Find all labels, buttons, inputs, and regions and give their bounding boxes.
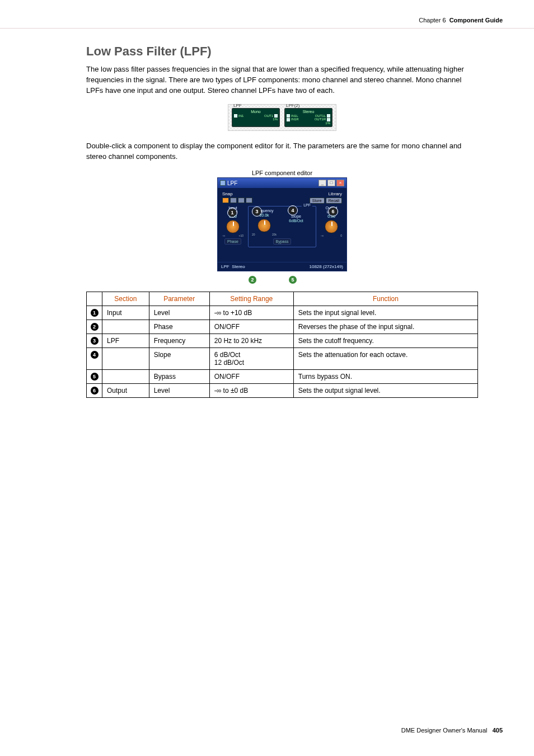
- th-range: Setting Range: [209, 292, 293, 306]
- library-label: Library: [310, 191, 342, 196]
- callout-2: 2: [249, 276, 256, 284]
- thumbnails-container: LPF Mono IN1 OUT1 1% LPF(2) Stereo IN1L …: [228, 104, 336, 131]
- window-app-icon: LPF: [220, 180, 237, 186]
- freq-tick-lo: 20: [252, 233, 255, 236]
- editor-body: Snap Library Store: [218, 188, 346, 262]
- cell-param: Frequency: [149, 334, 209, 348]
- maximize-button[interactable]: □: [327, 180, 335, 186]
- out-port: OUT1: [264, 114, 278, 118]
- cell-param: Phase: [149, 320, 209, 334]
- cell-param: Slope: [149, 348, 209, 370]
- cell-range: -∞ to +10 dB: [209, 306, 293, 320]
- cell-func: Reverses the phase of the input signal.: [293, 320, 477, 334]
- input-level-knob[interactable]: [226, 220, 240, 233]
- window-title: LPF: [227, 180, 237, 186]
- frequency-knob[interactable]: [257, 219, 271, 232]
- comp-pct: 1%: [234, 118, 278, 121]
- snap-slot-b[interactable]: [230, 198, 237, 203]
- th-param: Parameter: [149, 292, 209, 306]
- callout-5: 5: [289, 276, 297, 284]
- out1r-port: OUT1R: [315, 118, 330, 121]
- row-num: 3: [91, 337, 99, 345]
- snap-slot-a[interactable]: [222, 198, 229, 203]
- in1r-port: IN1R: [287, 118, 299, 121]
- snap-group: Snap: [222, 191, 252, 203]
- phase-button[interactable]: Phase: [224, 238, 241, 245]
- cell-func: Sets the output signal level.: [293, 384, 477, 398]
- section-label: Component Guide: [449, 17, 503, 24]
- cell-section: [102, 348, 149, 370]
- bypass-button[interactable]: Bypass: [273, 238, 292, 245]
- cell-section: [102, 370, 149, 384]
- cell-param: Bypass: [149, 370, 209, 384]
- cell-func: Sets the attenuation for each octave.: [293, 348, 477, 370]
- cell-param: Level: [149, 306, 209, 320]
- comp-title: LPF: [233, 103, 242, 108]
- in-port: IN1: [234, 114, 243, 118]
- lpf-mono-component[interactable]: LPF Mono IN1 OUT1 1%: [232, 108, 280, 127]
- th-section: Section: [102, 292, 149, 306]
- table-row: 2 Phase ON/OFF Reverses the phase of the…: [87, 320, 478, 334]
- input-tick-lo: -∞: [222, 234, 225, 237]
- slope-value: 6dB/Oct: [282, 219, 310, 223]
- comp-mode: Mono: [234, 110, 278, 114]
- cell-section: [102, 320, 149, 334]
- breadcrumb: Chapter 6 Component Guide: [419, 17, 503, 24]
- comp-title: LPF(2): [286, 103, 299, 108]
- cell-range: 20 Hz to 20 kHz: [209, 334, 293, 348]
- comp-mode: Stereo: [287, 110, 330, 114]
- row-num: 5: [91, 373, 99, 381]
- cell-range: -∞ to ±0 dB: [209, 384, 293, 398]
- output-level-knob[interactable]: [325, 220, 338, 233]
- library-group: Library Store Recall: [310, 191, 342, 204]
- status-left: LPF: [221, 264, 229, 269]
- lpf-frame-title: LPF: [302, 203, 312, 207]
- footer-doc: DME Designer Owner's Manual: [401, 727, 488, 734]
- status-right: 10828 (272x149): [310, 264, 344, 269]
- cell-func: Turns bypass ON.: [293, 370, 477, 384]
- minimize-button[interactable]: _: [318, 180, 326, 186]
- cell-param: Level: [149, 384, 209, 398]
- input-tick-hi: +10: [239, 234, 243, 237]
- comp-pct: 1%: [287, 121, 330, 125]
- snap-slot-c[interactable]: [238, 198, 245, 203]
- table-row: 4 Slope 6 dB/Oct 12 dB/Oct Sets the atte…: [87, 348, 478, 370]
- table-row: 3 LPF Frequency 20 Hz to 20 kHz Sets the…: [87, 334, 478, 348]
- out1l-port: OUT1L: [315, 114, 330, 118]
- parameter-table: Section Parameter Setting Range Function…: [86, 292, 478, 398]
- editor-statusbar: LPF Stereo 10828 (272x149): [218, 262, 346, 271]
- row-num: 1: [91, 309, 99, 317]
- editor-titlebar[interactable]: LPF _ □ ×: [218, 178, 346, 188]
- footer-page: 405: [493, 727, 503, 734]
- th-func: Function: [293, 292, 477, 306]
- status-mid: Stereo: [232, 264, 245, 269]
- intro-paragraph-1: The low pass filter passes frequencies i…: [86, 64, 478, 96]
- editor-wrap: LPF _ □ × Snap: [217, 177, 347, 271]
- cell-range: ON/OFF: [209, 320, 293, 334]
- app-icon: [220, 180, 226, 186]
- snap-slot-d[interactable]: [246, 198, 252, 203]
- cell-func: Sets the cutoff frequency.: [293, 334, 477, 348]
- lpf-stereo-component[interactable]: LPF(2) Stereo IN1L OUT1L IN1R OUT1R 1%: [284, 108, 332, 127]
- slope-label: Slope: [282, 214, 310, 218]
- table-row: 5 Bypass ON/OFF Turns bypass ON.: [87, 370, 478, 384]
- editor-figure: LPF component editor LPF _ □ ×: [86, 170, 478, 271]
- freq-tick-hi: 20k: [272, 233, 277, 236]
- cell-range: ON/OFF: [209, 370, 293, 384]
- editor-caption: LPF component editor: [86, 170, 478, 176]
- component-thumbnails-figure: LPF Mono IN1 OUT1 1% LPF(2) Stereo IN1L …: [86, 104, 478, 131]
- close-button[interactable]: ×: [336, 180, 344, 186]
- output-tick-hi: 0: [340, 234, 342, 237]
- recall-button[interactable]: Recall: [326, 198, 342, 204]
- table-row: 1 Input Level -∞ to +10 dB Sets the inpu…: [87, 306, 478, 320]
- row-num: 6: [91, 387, 99, 395]
- chapter-label: Chapter 6: [419, 17, 446, 24]
- th-blank: [87, 292, 102, 306]
- cell-section: Input: [102, 306, 149, 320]
- page-footer: DME Designer Owner's Manual 405: [401, 727, 503, 734]
- intro-paragraph-2: Double-click a component to display the …: [86, 141, 478, 162]
- snap-label: Snap: [222, 191, 252, 196]
- cell-section: Output: [102, 384, 149, 398]
- in1l-port: IN1L: [287, 114, 298, 118]
- table-header-row: Section Parameter Setting Range Function: [87, 292, 478, 306]
